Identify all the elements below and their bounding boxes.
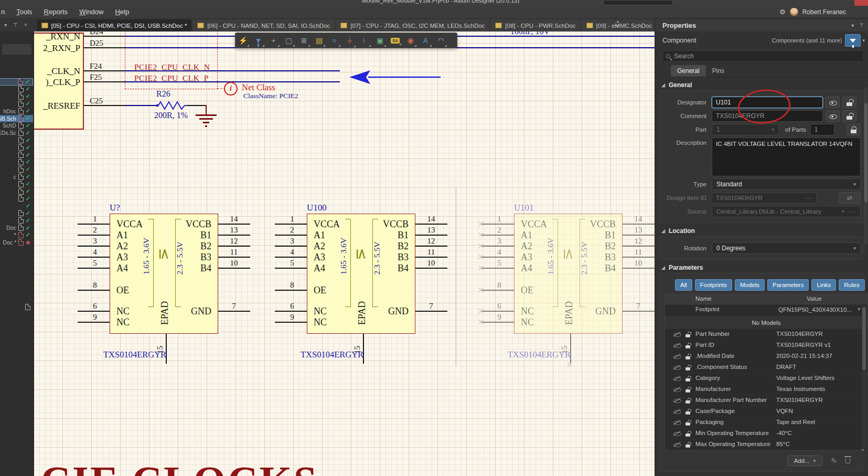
unlock-icon[interactable]: [685, 353, 691, 361]
ic-pin[interactable]: [275, 246, 307, 247]
selection-icon[interactable]: ▢: [281, 36, 296, 45]
ic-pin[interactable]: [218, 224, 250, 225]
section-location[interactable]: ◢ Location: [661, 227, 868, 235]
eye-off-icon[interactable]: [673, 408, 681, 415]
sidebar-row[interactable]: ✓: [0, 136, 33, 144]
document-tab[interactable]: [09] - eMMC.SchDoc: [582, 19, 657, 31]
param-row[interactable]: PackagingTape and Reel: [665, 417, 867, 428]
unlock-icon[interactable]: [685, 419, 691, 427]
ic-pin[interactable]: [275, 268, 307, 269]
search-input[interactable]: [674, 52, 860, 60]
sidebar-row[interactable]: c✓: [0, 173, 33, 181]
panel-header[interactable]: Properties ▾ ⊤: [655, 19, 868, 31]
param-row[interactable]: Case/PackageVQFN: [665, 406, 867, 417]
sidebar-row[interactable]: hDoc✓: [0, 108, 33, 115]
swap-component-button[interactable]: ⇄: [839, 192, 861, 204]
sidebar-row[interactable]: ✓: [0, 195, 33, 202]
visibility-eye-button[interactable]: [826, 110, 840, 122]
ic-pin[interactable]: [482, 268, 514, 269]
section-general[interactable]: ◢ General: [661, 81, 868, 89]
sidebar-row[interactable]: Doc✓: [0, 224, 33, 231]
param-row[interactable]: .Modified Date2020-02-21 15:14:37: [665, 351, 867, 362]
eye-off-icon[interactable]: [673, 342, 681, 348]
unlock-icon[interactable]: [685, 375, 691, 383]
source-select[interactable]: Central_Library.DbLib - Central_Library▾…: [712, 206, 861, 217]
scope-filter-button[interactable]: [845, 34, 861, 47]
tab-general[interactable]: General: [671, 65, 706, 77]
filter-icon[interactable]: ▼: [251, 36, 266, 45]
param-row[interactable]: Part IDTXS0104ERGYR v1: [665, 340, 867, 351]
probe-icon[interactable]: ⊦: [357, 36, 372, 45]
ic-pin[interactable]: [78, 311, 110, 312]
add-parameter-button[interactable]: Add...▾: [787, 456, 823, 466]
document-tab[interactable]: [07] - CPU - JTAG, OSC, I2C MEM, LEDs.Sc…: [336, 19, 489, 31]
unlock-button[interactable]: [842, 110, 856, 122]
sidebar-row[interactable]: ✓: [0, 166, 33, 173]
panel-scrollbar[interactable]: [864, 87, 867, 245]
eye-off-icon[interactable]: [673, 375, 681, 382]
ic-pin[interactable]: [275, 311, 307, 312]
global-search-box[interactable]: [603, 0, 673, 5]
chevron-down-icon[interactable]: ▾: [858, 306, 860, 312]
tab-pins[interactable]: Pins: [706, 65, 731, 77]
param-row[interactable]: Part NumberTXS0104ERGYR: [665, 329, 867, 340]
param-filter-parameters[interactable]: Parameters: [767, 279, 809, 291]
unlock-icon[interactable]: [685, 408, 691, 416]
ic-pin[interactable]: [415, 224, 447, 225]
ic-pin[interactable]: [415, 246, 447, 247]
ic-pin[interactable]: [482, 322, 514, 323]
gear-icon[interactable]: ⚙: [779, 8, 786, 16]
ic-pin[interactable]: [415, 235, 447, 236]
param-filter-models[interactable]: Models: [735, 279, 765, 291]
sidebar-row[interactable]: ✓: [0, 86, 33, 93]
ic-pin[interactable]: [623, 246, 655, 247]
component-icon[interactable]: ▤: [312, 36, 327, 45]
param-filter-rules[interactable]: Rules: [839, 279, 864, 291]
ic-pin[interactable]: [623, 257, 655, 258]
trash-icon[interactable]: [845, 458, 850, 463]
ellipsis-button[interactable]: ···: [805, 195, 813, 201]
unlock-button[interactable]: [842, 97, 856, 108]
no-erc-icon[interactable]: ◉: [403, 36, 418, 45]
unlock-icon[interactable]: [685, 430, 691, 438]
comment-input[interactable]: [712, 110, 823, 122]
sidebar-row[interactable]: ✓: [0, 78, 33, 86]
ic-pin[interactable]: [78, 322, 110, 323]
ic-pin[interactable]: [78, 246, 110, 247]
param-row[interactable]: Manufacturer Part NumberTXS0104ERGYR: [665, 395, 867, 406]
param-row[interactable]: CategoryVoltage Level Shifters: [665, 373, 867, 384]
properties-search[interactable]: [662, 50, 864, 62]
menu-tools[interactable]: Tools: [16, 8, 32, 16]
unlock-icon[interactable]: [685, 342, 691, 350]
ic-pin[interactable]: [78, 268, 110, 269]
menu-help[interactable]: Help: [115, 8, 129, 16]
arc-icon[interactable]: ◠: [433, 36, 448, 45]
unlock-icon[interactable]: [685, 386, 691, 394]
param-row[interactable]: ManufacturerTexas Instruments: [665, 384, 867, 395]
chevron-down-icon[interactable]: ▾: [4, 22, 7, 28]
part-select[interactable]: 1▾: [712, 124, 779, 135]
projects-panel-header[interactable]: [2, 44, 31, 55]
ic-pin[interactable]: [218, 257, 250, 258]
ic-pin[interactable]: [623, 235, 655, 236]
ic-pin[interactable]: [275, 257, 307, 258]
avatar[interactable]: [790, 8, 798, 16]
sidebar-row[interactable]: ✓: [0, 217, 33, 224]
unlock-icon[interactable]: [685, 364, 691, 372]
design-item-id-field[interactable]: TXS0104ERGYR···: [712, 193, 817, 204]
sidebar-row[interactable]: [0, 303, 33, 311]
designator-input[interactable]: [712, 97, 823, 108]
ic-pin[interactable]: [78, 235, 110, 236]
ic-pin[interactable]: [78, 224, 110, 225]
harness-icon[interactable]: ≈: [327, 36, 342, 45]
power-port-icon[interactable]: ⏚: [342, 36, 357, 45]
ic-pin[interactable]: [218, 311, 250, 312]
net-class-directive-icon[interactable]: i: [224, 82, 238, 96]
sidebar-row[interactable]: ✓: [0, 181, 33, 188]
eye-off-icon[interactable]: [673, 331, 681, 337]
sidebar-row[interactable]: ✓: [0, 209, 33, 217]
type-select[interactable]: Standard▾: [712, 178, 861, 190]
capacitor-value-label[interactable]: 100nF, 10V: [510, 31, 550, 36]
net-label[interactable]: PCIE2_CPU_CLK_P: [134, 73, 209, 83]
ic-pin[interactable]: [78, 290, 110, 291]
